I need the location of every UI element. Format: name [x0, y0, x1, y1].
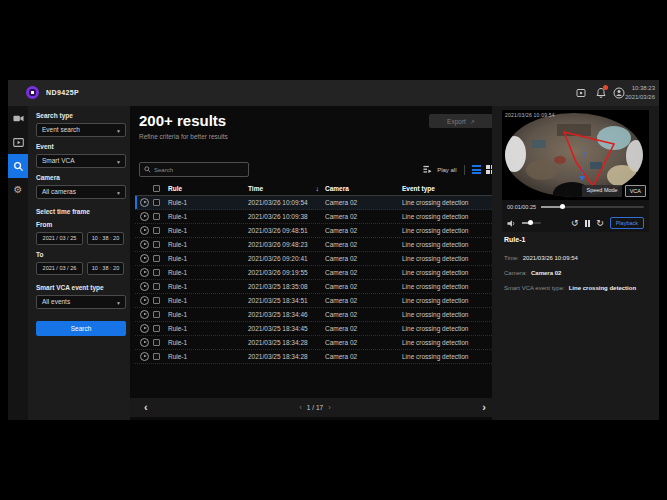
event-label: Event [36, 143, 124, 150]
row-play-icon[interactable] [140, 352, 149, 361]
from-time-input[interactable]: 10 : 38 : 20 [87, 232, 124, 245]
volume-handle[interactable] [528, 220, 533, 225]
row-play-icon[interactable] [140, 268, 149, 277]
sort-descending-icon[interactable]: ↓ [316, 185, 320, 192]
row-camera: Camera 02 [325, 297, 402, 304]
row-checkbox[interactable] [153, 353, 160, 360]
to-time-input[interactable]: 10 : 38 : 20 [87, 262, 124, 275]
row-rule: Rule-1 [168, 199, 248, 206]
table-row[interactable]: Rule-1 2021/03/26 09:48:23 Camera 02 Lin… [135, 238, 492, 252]
view-tools: Play all [423, 162, 495, 177]
notification-bell-icon[interactable] [595, 87, 607, 99]
row-camera: Camera 02 [325, 283, 402, 290]
search-button[interactable]: Search [36, 321, 126, 336]
table-row[interactable]: Rule-1 2021/03/25 18:34:28 Camera 02 Lin… [135, 350, 492, 364]
table-row[interactable]: Rule-1 2021/03/25 18:34:46 Camera 02 Lin… [135, 308, 492, 322]
progress-slider[interactable] [541, 206, 644, 208]
from-label: From [36, 221, 124, 228]
fisheye-video-frame[interactable]: 2021/03/26 10:09:54 Speed Mode VCA [502, 110, 649, 200]
device-status-icon[interactable] [575, 87, 587, 99]
row-play-icon[interactable] [140, 338, 149, 347]
row-play-icon[interactable] [140, 310, 149, 319]
event-value: Smart VCA [42, 157, 75, 164]
row-rule: Rule-1 [168, 227, 248, 234]
row-checkbox[interactable] [153, 297, 160, 304]
live-view-camera-icon [13, 113, 24, 124]
table-row[interactable]: Rule-1 2021/03/25 18:35:08 Camera 02 Lin… [135, 280, 492, 294]
table-row[interactable]: Rule-1 2021/03/26 09:48:51 Camera 02 Lin… [135, 224, 492, 238]
volume-icon[interactable] [507, 219, 516, 228]
row-checkbox[interactable] [153, 339, 160, 346]
table-row[interactable]: Rule-1 2021/03/26 09:19:55 Camera 02 Lin… [135, 266, 492, 280]
export-button[interactable]: Export ↗ [429, 114, 493, 128]
divider [464, 165, 465, 175]
progress-handle[interactable] [560, 204, 565, 209]
nav-live-view[interactable] [8, 106, 28, 130]
nav-playback[interactable] [8, 130, 28, 154]
row-checkbox[interactable] [153, 255, 160, 262]
row-checkbox[interactable] [153, 213, 160, 220]
rewind-icon[interactable]: ↺ [571, 218, 579, 228]
row-checkbox[interactable] [153, 269, 160, 276]
select-all-checkbox[interactable] [153, 185, 160, 192]
vca-type-dropdown[interactable]: All events ▼ [36, 295, 126, 309]
table-row[interactable]: Rule-1 2021/03/26 10:09:38 Camera 02 Lin… [135, 210, 492, 224]
table-row[interactable]: Rule-1 2021/03/25 18:34:28 Camera 02 Lin… [135, 336, 492, 350]
row-play-icon[interactable] [140, 212, 149, 221]
row-checkbox[interactable] [153, 311, 160, 318]
page-prev-button[interactable]: ‹ [136, 398, 156, 417]
pause-button[interactable] [585, 220, 591, 227]
device-title: ND9425P [46, 89, 79, 96]
table-row[interactable]: Rule-1 2021/03/26 10:09:54 Camera 02 Lin… [135, 196, 492, 210]
search-type-dropdown[interactable]: Event search ▼ [36, 123, 126, 137]
row-play-icon[interactable] [140, 254, 149, 263]
user-account-icon[interactable] [613, 87, 625, 99]
results-search-box[interactable] [139, 162, 249, 177]
search-type-label: Search type [36, 112, 124, 119]
row-play-icon[interactable] [140, 240, 149, 249]
search-type-value: Event search [42, 126, 80, 133]
row-event: Line crossing detection [402, 227, 492, 234]
row-play-icon[interactable] [140, 282, 149, 291]
list-view-toggle[interactable] [472, 165, 481, 174]
playback-button[interactable]: Playback [610, 217, 644, 229]
vca-toggle-button[interactable]: VCA [625, 185, 646, 197]
row-rule: Rule-1 [168, 339, 248, 346]
row-play-icon[interactable] [140, 198, 149, 207]
volume-slider[interactable] [522, 222, 541, 224]
row-time: 2021/03/25 18:34:28 [248, 353, 308, 360]
chevron-down-icon: ▼ [116, 156, 121, 168]
nav-settings[interactable]: ⚙ [8, 178, 28, 202]
from-date-input[interactable]: 2021 / 03 / 25 [36, 232, 83, 245]
to-date-input[interactable]: 2021 / 03 / 26 [36, 262, 83, 275]
page-prev-small-button[interactable]: ‹ [299, 403, 302, 412]
table-row[interactable]: Rule-1 2021/03/26 09:20:41 Camera 02 Lin… [135, 252, 492, 266]
row-checkbox[interactable] [153, 241, 160, 248]
vca-type-value: All events [42, 298, 70, 305]
play-all-label[interactable]: Play all [437, 167, 456, 173]
nav-search[interactable] [8, 154, 28, 178]
row-play-icon[interactable] [140, 296, 149, 305]
row-checkbox[interactable] [153, 283, 160, 290]
row-checkbox[interactable] [153, 325, 160, 332]
speed-mode-button[interactable]: Speed Mode [582, 185, 621, 197]
row-checkbox[interactable] [153, 199, 160, 206]
row-play-icon[interactable] [140, 324, 149, 333]
row-camera: Camera 02 [325, 255, 402, 262]
event-details: Rule-1 Time: 2021/03/26 10:09:54 Camera:… [504, 236, 652, 300]
detail-event-label: Smart VCA event type: [504, 285, 565, 291]
play-all-icon[interactable] [423, 165, 432, 174]
event-dropdown[interactable]: Smart VCA ▼ [36, 154, 126, 168]
row-time: 2021/03/26 10:09:38 [248, 213, 308, 220]
row-play-icon[interactable] [140, 226, 149, 235]
row-checkbox[interactable] [153, 227, 160, 234]
results-subtitle: Refine criteria for better results [139, 133, 228, 140]
row-time: 2021/03/25 18:34:51 [248, 297, 308, 304]
camera-dropdown[interactable]: All cameras ▼ [36, 185, 126, 199]
row-camera: Camera 02 [325, 325, 402, 332]
page-next-small-button[interactable]: › [328, 403, 331, 412]
table-row[interactable]: Rule-1 2021/03/25 18:34:45 Camera 02 Lin… [135, 322, 492, 336]
results-search-input[interactable] [154, 167, 244, 173]
table-row[interactable]: Rule-1 2021/03/25 18:34:51 Camera 02 Lin… [135, 294, 492, 308]
forward-icon[interactable]: ↻ [596, 218, 604, 228]
